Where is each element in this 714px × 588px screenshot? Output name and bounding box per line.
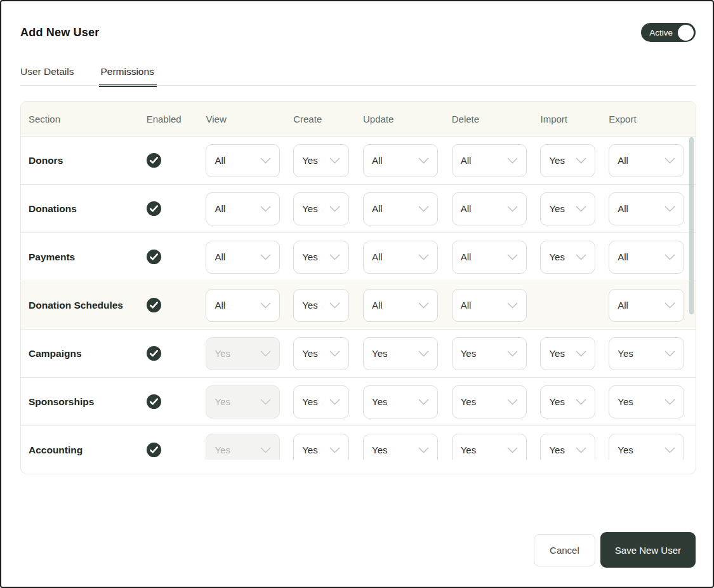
column-header-export: Export xyxy=(609,114,696,124)
check-circle-icon[interactable] xyxy=(147,201,161,216)
chevron-down-icon xyxy=(507,157,518,164)
check-circle-icon[interactable] xyxy=(147,394,161,409)
save-new-user-button[interactable]: Save New User xyxy=(600,532,696,568)
dropdown-value: All xyxy=(461,155,472,166)
check-circle-icon[interactable] xyxy=(147,346,161,361)
import-dropdown[interactable]: Yes xyxy=(540,434,595,460)
export-dropdown[interactable]: All xyxy=(609,144,684,177)
add-new-user-dialog: Add New User Active User Details Permiss… xyxy=(0,0,714,588)
import-dropdown[interactable]: Yes xyxy=(540,241,595,274)
column-header-enabled: Enabled xyxy=(147,114,206,124)
export-dropdown[interactable]: All xyxy=(609,241,684,274)
check-circle-icon[interactable] xyxy=(147,298,161,312)
export-dropdown[interactable]: Yes xyxy=(609,434,684,460)
dropdown-value: All xyxy=(618,251,628,262)
view-dropdown[interactable]: All xyxy=(206,289,280,322)
chevron-down-icon xyxy=(418,351,429,357)
delete-dropdown[interactable]: All xyxy=(452,241,527,274)
update-dropdown[interactable]: Yes xyxy=(363,434,438,460)
check-circle-icon[interactable] xyxy=(147,153,161,168)
create-dropdown[interactable]: Yes xyxy=(293,144,349,177)
create-dropdown[interactable]: Yes xyxy=(293,385,349,418)
dropdown-value: All xyxy=(618,203,628,214)
cancel-button[interactable]: Cancel xyxy=(534,534,595,566)
update-dropdown[interactable]: All xyxy=(363,144,438,177)
active-toggle[interactable]: Active xyxy=(641,23,696,42)
section-label: Campaigns xyxy=(29,348,82,359)
dropdown-value: Yes xyxy=(618,444,633,455)
dropdown-value: All xyxy=(215,251,225,262)
dropdown-value: Yes xyxy=(372,444,387,455)
create-dropdown[interactable]: Yes xyxy=(293,337,349,370)
create-dropdown[interactable]: Yes xyxy=(293,192,349,225)
dropdown-value: Yes xyxy=(302,251,317,262)
dropdown-value: Yes xyxy=(549,155,564,166)
chevron-down-icon xyxy=(418,157,429,164)
dropdown-value: Yes xyxy=(618,348,633,359)
import-dropdown[interactable]: Yes xyxy=(540,144,595,177)
update-dropdown[interactable]: All xyxy=(363,192,438,225)
delete-dropdown[interactable]: All xyxy=(452,192,527,225)
check-circle-icon[interactable] xyxy=(147,443,161,457)
delete-dropdown[interactable]: Yes xyxy=(452,385,527,418)
import-dropdown[interactable]: Yes xyxy=(540,337,595,370)
section-label: Payments xyxy=(29,251,75,263)
delete-dropdown[interactable]: Yes xyxy=(452,337,527,370)
view-dropdown[interactable]: All xyxy=(206,144,280,177)
view-dropdown[interactable]: All xyxy=(206,241,280,274)
chevron-down-icon xyxy=(664,157,675,164)
table-header-row: SectionEnabledViewCreateUpdateDeleteImpo… xyxy=(21,102,696,137)
export-dropdown[interactable]: All xyxy=(609,192,684,225)
chevron-down-icon xyxy=(576,399,586,405)
delete-dropdown[interactable]: All xyxy=(452,289,527,322)
tab-user-details[interactable]: User Details xyxy=(20,66,74,86)
update-dropdown[interactable]: Yes xyxy=(363,385,438,418)
column-header-delete: Delete xyxy=(452,114,541,124)
import-dropdown[interactable]: Yes xyxy=(540,192,595,225)
section-label: Accounting xyxy=(29,444,83,456)
chevron-down-icon xyxy=(329,254,340,260)
export-dropdown[interactable]: Yes xyxy=(609,385,684,418)
dropdown-value: Yes xyxy=(302,203,317,214)
export-dropdown[interactable]: All xyxy=(609,289,684,322)
chevron-down-icon xyxy=(329,399,340,405)
update-dropdown[interactable]: Yes xyxy=(363,337,438,370)
tab-permissions[interactable]: Permissions xyxy=(100,66,154,86)
chevron-down-icon xyxy=(664,447,675,453)
dropdown-value: Yes xyxy=(618,396,633,407)
chevron-down-icon xyxy=(664,254,675,260)
chevron-down-icon xyxy=(576,206,586,212)
page-title: Add New User xyxy=(20,26,99,39)
dropdown-value: All xyxy=(618,155,628,166)
view-dropdown[interactable]: All xyxy=(206,192,280,225)
create-dropdown[interactable]: Yes xyxy=(293,241,349,274)
dropdown-value: All xyxy=(461,203,472,214)
chevron-down-icon xyxy=(507,254,518,260)
chevron-down-icon xyxy=(418,399,429,405)
chevron-down-icon xyxy=(664,302,675,309)
chevron-down-icon xyxy=(507,206,518,212)
update-dropdown[interactable]: All xyxy=(363,241,438,274)
dropdown-value: Yes xyxy=(302,348,317,359)
chevron-down-icon xyxy=(664,399,675,405)
delete-dropdown[interactable]: All xyxy=(452,144,527,177)
create-dropdown[interactable]: Yes xyxy=(293,434,349,460)
scrollbar-thumb[interactable] xyxy=(689,137,694,314)
check-circle-icon[interactable] xyxy=(147,250,161,264)
column-header-import: Import xyxy=(540,114,609,124)
create-dropdown[interactable]: Yes xyxy=(293,289,349,322)
table-scrollbar[interactable] xyxy=(689,137,694,460)
active-toggle-label: Active xyxy=(649,28,673,37)
table-row-accounting: AccountingYesYesYesYesYesYes xyxy=(21,426,696,460)
dropdown-value: All xyxy=(215,203,225,214)
chevron-down-icon xyxy=(260,157,271,164)
chevron-down-icon xyxy=(576,157,586,164)
dropdown-value: Yes xyxy=(461,444,476,455)
dropdown-value: Yes xyxy=(461,348,476,359)
delete-dropdown[interactable]: Yes xyxy=(452,434,527,460)
import-dropdown[interactable]: Yes xyxy=(540,385,595,418)
export-dropdown[interactable]: Yes xyxy=(609,337,684,370)
chevron-down-icon xyxy=(507,351,518,357)
chevron-down-icon xyxy=(329,447,340,453)
update-dropdown[interactable]: All xyxy=(363,289,438,322)
